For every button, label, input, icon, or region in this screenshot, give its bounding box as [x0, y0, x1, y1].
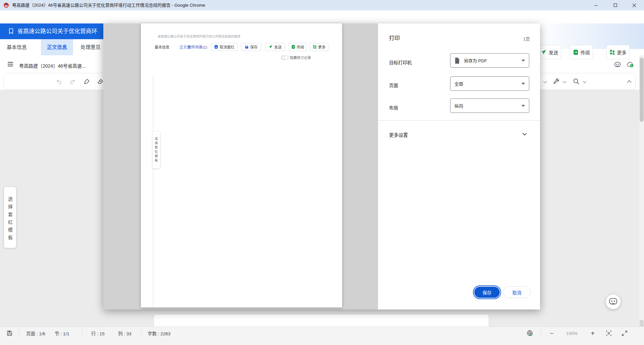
app-tabs: 基本信息 正文信息 处理意见 — [0, 39, 103, 55]
print-dialog: 省高速公路公司关于优化营商环境行动工作情况总结的报告 基本信息 正文信 附件列表… — [103, 23, 540, 309]
more-settings[interactable]: 更多设置 — [389, 131, 408, 138]
settings-divider — [378, 120, 540, 121]
revision-toggle-label: 隐藏修订记录 — [290, 55, 311, 60]
zoom-out-button[interactable]: − — [546, 327, 557, 340]
pages-label: 页面 — [389, 82, 398, 88]
preview-tab-attachments: 附件列表(1) — [188, 44, 207, 50]
sheet-count: 1页 — [523, 36, 530, 42]
hamburger-icon[interactable] — [7, 62, 13, 67]
chevron-down-icon[interactable] — [583, 81, 587, 83]
preview-cancel-red-button: 取消套红 — [211, 43, 237, 51]
window-titlebar: 粤高路建〔2024〕46号省高速公路公司关于优化营商环境行动工作情况总结的报告 … — [0, 0, 644, 10]
wrench-icon[interactable] — [553, 78, 560, 85]
maximize-button[interactable] — [608, 0, 622, 10]
save-status-icon[interactable] — [7, 330, 12, 336]
preview-page: 省高速公路公司关于优化营商环境行动工作情况总结的报告 基本信息 正文信 附件列表… — [141, 23, 342, 307]
preview-tab-basic: 基本信息 — [155, 44, 169, 50]
layout-value: 纵向 — [454, 102, 522, 109]
caret-down-icon — [522, 83, 525, 85]
status-column: 列 : 33 — [118, 330, 131, 337]
more-grid-icon — [313, 45, 317, 49]
status-words: 字数 : 2263 — [148, 330, 170, 337]
tab-body-info[interactable]: 正文信息 — [41, 39, 73, 55]
app-header-title: 省高速公路公司关于优化营商环 — [17, 23, 101, 39]
print-settings-pane: 打印 1页 目标打印机 另存为 PDF 页面 全部 布局 纵向 更多设置 保存 — [378, 23, 540, 309]
status-separator — [19, 330, 19, 336]
robot-face-icon — [608, 297, 618, 307]
assistant-robot-badge[interactable] — [606, 294, 621, 309]
zoom-in-button[interactable]: + — [587, 327, 598, 340]
more-grid-icon — [610, 50, 615, 55]
floppy-icon — [245, 45, 249, 49]
focus-mode-icon[interactable] — [606, 330, 612, 336]
preview-send-button: 发送 — [265, 43, 285, 51]
status-separator — [82, 330, 83, 336]
bookmark-icon — [9, 28, 13, 34]
scrollbar[interactable] — [639, 55, 644, 338]
status-page: 页面 : 1/6 — [26, 330, 45, 337]
preview-circulate-button: 传阅 — [288, 43, 307, 51]
send-icon — [269, 45, 273, 49]
undo-icon[interactable] — [56, 79, 62, 85]
more-button[interactable]: 更多 — [606, 45, 630, 59]
preview-more-button: 更多 — [310, 43, 328, 51]
circulate-icon — [291, 45, 295, 49]
pages-select[interactable]: 全部 — [450, 76, 529, 91]
preview-save-button: 保存 — [241, 43, 261, 51]
cloud-check-icon[interactable] — [627, 62, 634, 68]
destination-label: 目标打印机 — [389, 59, 412, 66]
tab-process-opinion[interactable]: 处理意见 — [80, 39, 103, 55]
fullscreen-icon[interactable] — [622, 330, 628, 336]
caret-down-icon — [522, 60, 525, 62]
pages-value: 全部 — [454, 80, 522, 87]
layout-select[interactable]: 纵向 — [450, 98, 529, 113]
revision-toggle — [281, 56, 288, 60]
eraser-icon[interactable] — [97, 78, 104, 85]
circulate-icon — [573, 50, 578, 55]
close-button[interactable] — [627, 0, 641, 10]
caret-down-icon — [522, 105, 525, 107]
zoom-level: 100% — [564, 327, 580, 340]
app-header: 省高速公路公司关于优化营商环 — [0, 23, 103, 39]
doc-blue-icon — [214, 45, 218, 49]
print-dialog-title: 打印 — [389, 33, 400, 42]
pdf-doc-icon — [454, 57, 460, 64]
chevron-up-icon[interactable] — [627, 80, 632, 83]
window-title: 粤高路建〔2024〕46号省高速公路公司关于优化营商环境行动工作情况总结的报告 … — [12, 0, 566, 10]
more-settings-chevron-icon[interactable] — [522, 133, 527, 136]
print-cancel-button[interactable]: 取消 — [503, 286, 531, 298]
chevron-down-icon[interactable] — [543, 81, 547, 83]
globe-icon[interactable] — [527, 330, 533, 336]
redo-icon[interactable] — [69, 79, 75, 85]
status-bar: 页面 : 1/6 节 : 1/1 行 : 15 列 : 33 字数 : 2263… — [0, 327, 644, 345]
minimize-button[interactable] — [589, 0, 603, 10]
circulate-button[interactable]: 传阅 — [570, 45, 593, 59]
print-preview-pane: 省高速公路公司关于优化营商环境行动工作情况总结的报告 基本信息 正文信 附件列表… — [103, 23, 378, 309]
chevron-down-icon[interactable] — [562, 81, 567, 83]
status-separator — [541, 330, 541, 336]
preview-red-template-box: 选择套红模板 — [153, 132, 160, 168]
send-button[interactable]: 发送 — [538, 45, 561, 59]
search-icon[interactable] — [573, 78, 580, 85]
print-save-button[interactable]: 保存 — [474, 287, 500, 298]
red-template-label: 选择套红模板 — [7, 197, 13, 243]
preview-doc-title: 省高速公路公司关于优化营商环境行动工作情况总结的报告 — [158, 34, 258, 39]
status-separator — [141, 330, 141, 336]
send-icon — [541, 50, 546, 55]
format-brush-icon[interactable] — [84, 78, 90, 85]
status-line: 行 : 15 — [91, 330, 105, 337]
scrollbar-thumb[interactable] — [640, 58, 644, 122]
red-template-panel[interactable]: 选择套红模板 — [4, 187, 16, 248]
tab-basic-info[interactable]: 基本信息 — [7, 39, 27, 55]
destination-select[interactable]: 另存为 PDF — [450, 53, 529, 68]
preview-divider — [153, 74, 153, 307]
destination-value: 另存为 PDF — [464, 57, 522, 64]
layout-label: 布局 — [389, 104, 398, 111]
status-section: 节 : 1/1 — [55, 330, 69, 337]
robot-icon[interactable] — [614, 61, 621, 68]
address-bar[interactable]: 172.29.6.61:20080/#/detailDefault?taskId… — [0, 10, 644, 24]
site-favicon — [3, 2, 9, 8]
